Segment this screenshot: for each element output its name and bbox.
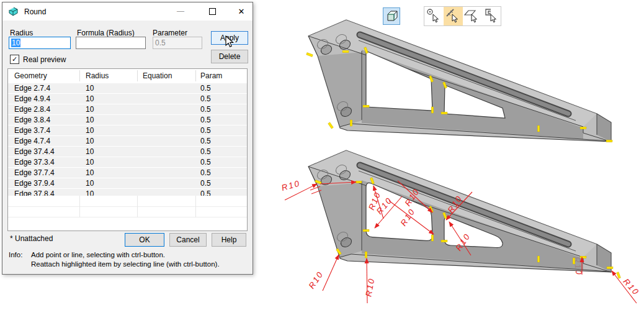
table-row[interactable]: Edge 37.4.4100.5: [8, 147, 247, 157]
parameter-input: 0.5: [153, 37, 202, 49]
table-row[interactable]: Edge 3.7.4100.5: [8, 126, 247, 135]
highlight-mark: [350, 120, 352, 126]
bracket-models-canvas[interactable]: R10 R10R10R10R10R10R10R10R10R10R10: [254, 0, 644, 315]
table-row[interactable]: Edge 4.7.4100.5: [8, 136, 247, 146]
radius-dimension-label: R10: [364, 277, 377, 298]
table-row[interactable]: Edge 37.7.4100.5: [8, 168, 247, 178]
table-cell-geometry: Edge 2.8.4: [14, 104, 50, 114]
col-geometry[interactable]: Geometry: [14, 69, 47, 83]
table-cell-geometry: Edge 3.8.4: [14, 115, 50, 125]
close-button[interactable]: ✕: [232, 2, 251, 21]
table-cell-param: 0.5: [200, 168, 211, 178]
table-cell-param: 0.5: [200, 115, 211, 125]
table-row[interactable]: Edge 37.3.4100.5: [8, 157, 247, 167]
highlight-mark: [306, 53, 313, 57]
column-divider: [79, 70, 80, 81]
3d-viewport[interactable]: R10 R10R10R10R10R10R10R10R10R10R10: [254, 0, 644, 315]
highlight-mark: [363, 229, 369, 232]
highlight-mark: [606, 140, 612, 142]
formula-input[interactable]: [76, 37, 146, 49]
geometry-table: Geometry Radius Equation Param Edge 2.7.…: [7, 68, 248, 231]
highlight-mark: [537, 126, 540, 132]
checkbox-checkmark-icon: ✓: [10, 55, 19, 64]
row-divider: [8, 206, 247, 207]
table-cell-geometry: Edge 3.7.4: [14, 126, 50, 135]
table-cell-param: 0.5: [200, 147, 211, 157]
parameter-label: Parameter: [153, 29, 187, 37]
highlight-mark: [441, 240, 447, 242]
table-cell-param: 0.5: [200, 136, 211, 146]
column-divider: [79, 196, 80, 217]
bracket-top-model[interactable]: [306, 20, 612, 142]
table-cell-radius: 10: [86, 104, 94, 114]
dialog-title: Round: [24, 7, 46, 16]
formula-label: Formula (Radius): [77, 29, 135, 37]
col-param[interactable]: Param: [200, 69, 222, 83]
table-row[interactable]: Edge 37.9.4100.5: [8, 178, 247, 188]
ok-button[interactable]: OK: [125, 233, 164, 247]
highlight-mark: [573, 258, 575, 264]
table-cell-radius: 10: [86, 147, 94, 157]
table-cell-param: 0.5: [200, 157, 211, 167]
column-divider: [195, 196, 196, 217]
column-divider: [137, 196, 138, 217]
table-cell-radius: 10: [86, 178, 94, 188]
table-row[interactable]: Edge 2.8.4100.5: [8, 104, 247, 114]
table-cell-geometry: Edge 2.7.4: [14, 83, 50, 93]
maximize-icon: [209, 8, 216, 15]
highlight-mark: [580, 127, 586, 129]
highlight-mark: [365, 252, 367, 258]
col-radius[interactable]: Radius: [86, 69, 109, 83]
unattached-note: * Unattached: [10, 234, 53, 243]
highlight-mark: [328, 122, 334, 129]
highlight-mark: [580, 256, 586, 258]
table-cell-param: 0.5: [200, 94, 211, 104]
highlight-mark: [356, 181, 362, 183]
table-cell-radius: 10: [86, 136, 94, 146]
real-preview-label: Real preview: [23, 55, 66, 64]
minimize-button[interactable]: —: [171, 2, 190, 21]
table-cell-radius: 10: [86, 94, 94, 104]
column-divider: [195, 70, 196, 81]
table-cell-geometry: Edge 4.7.4: [14, 136, 50, 146]
table-cell-radius: 10: [86, 83, 94, 93]
column-divider: [137, 70, 138, 81]
col-equation[interactable]: Equation: [143, 69, 172, 83]
table-cell-param: 0.5: [200, 126, 211, 135]
table-empty-area: [8, 196, 247, 217]
real-preview-checkbox[interactable]: ✓ Real preview: [10, 55, 66, 64]
highlight-mark: [431, 107, 434, 113]
cancel-button[interactable]: Cancel: [169, 233, 207, 247]
table-header: Geometry Radius Equation Param: [8, 69, 247, 84]
table-row[interactable]: Edge 4.9.4100.5: [8, 94, 247, 104]
highlight-mark: [363, 105, 369, 107]
table-row[interactable]: Edge 2.7.4100.5: [8, 83, 247, 93]
table-cell-param: 0.5: [200, 83, 211, 93]
table-cell-radius: 10: [86, 168, 94, 178]
table-cell-geometry: Edge 4.9.4: [14, 94, 50, 104]
table-cell-geometry: Edge 37.4.4: [14, 147, 55, 157]
row-divider: [8, 217, 247, 217]
table-cell-param: 0.5: [200, 104, 211, 114]
bracket-bottom-model[interactable]: [308, 150, 620, 278]
radius-label: Radius: [10, 29, 33, 37]
highlight-mark: [342, 50, 349, 53]
round-dialog: Round — ✕ Radius Formula (Radius) Parame…: [2, 2, 253, 275]
screen: { "window": { "title": "Round", "control…: [0, 0, 644, 315]
info-line-1: Add point or line, selecting with ctrl-b…: [31, 251, 165, 258]
table-row[interactable]: Edge 3.8.4100.5: [8, 115, 247, 125]
maximize-button[interactable]: [203, 2, 221, 21]
fillet-cube-icon: [8, 6, 19, 17]
radius-dimension-label: R10: [306, 270, 325, 291]
table-cell-radius: 10: [86, 157, 94, 167]
mouse-cursor-icon: [225, 35, 235, 49]
delete-button[interactable]: Delete: [211, 50, 248, 63]
radius-input[interactable]: 10: [9, 37, 71, 49]
help-button[interactable]: Help: [212, 233, 246, 247]
highlight-mark: [607, 267, 613, 269]
table-cell-radius: 10: [86, 126, 94, 135]
highlight-mark: [431, 235, 434, 241]
table-cell-param: 0.5: [200, 178, 211, 188]
info-line-2: Reattach highlighted item by selecting l…: [31, 260, 220, 268]
table-cell-geometry: Edge 37.3.4: [14, 157, 55, 167]
